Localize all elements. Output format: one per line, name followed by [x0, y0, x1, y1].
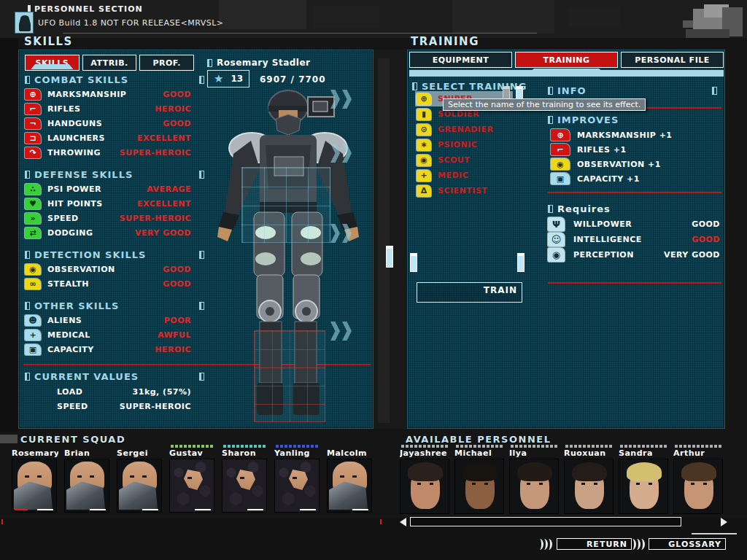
personnel-member[interactable]: Ilya — [509, 445, 560, 514]
training-label: SCIENTIST — [438, 186, 487, 195]
hair — [681, 462, 716, 481]
chevron-right-icon[interactable] — [330, 322, 352, 341]
train-button[interactable]: TRAIN — [417, 282, 522, 303]
require-label: PERCEPTION — [573, 250, 634, 260]
skill-row[interactable]: ♥ HIT POINTS EXCELLENT — [19, 196, 210, 211]
chevron-right-icon[interactable] — [330, 90, 352, 109]
background-column — [374, 50, 407, 429]
member-name: Sharon — [222, 448, 268, 458]
flask-icon: Δ — [417, 185, 431, 197]
squad-member[interactable]: Gustav — [169, 445, 216, 513]
member-portrait[interactable] — [327, 459, 372, 513]
scroll-right-icon[interactable] — [721, 518, 727, 526]
skill-row[interactable]: ⊐ LAUNCHERS EXCELLENT — [19, 131, 210, 145]
squad-member[interactable]: Brian — [64, 445, 111, 513]
current-value-row: LOAD 31kg, (57%) — [19, 384, 210, 399]
defense-skill-rows: ∴ PSI POWER AVERAGE ♥ HIT POINTS EXCELLE… — [19, 182, 210, 240]
training-item-psionic[interactable]: ∗ PSIONIC — [415, 137, 513, 152]
scrollbar-thumb[interactable] — [517, 253, 525, 272]
machinery-decoration — [722, 7, 743, 36]
scrollbar-thumb[interactable] — [503, 86, 510, 99]
skills-panel-title: SKILLS — [24, 35, 73, 48]
return-button[interactable]: RETURN — [557, 538, 632, 550]
skill-row[interactable]: ⊕ MARKSMANSHIP GOOD — [19, 87, 210, 101]
squad-member[interactable]: Sergei — [117, 445, 163, 513]
member-portrait[interactable] — [564, 459, 614, 514]
member-portrait[interactable] — [169, 459, 214, 513]
mask-icon: ∞ — [25, 279, 41, 289]
skill-row[interactable]: ◉ OBSERVATION GOOD — [19, 262, 210, 276]
training-progress-bar — [511, 445, 559, 448]
member-portrait[interactable] — [509, 459, 559, 514]
training-item-scientist[interactable]: Δ SCIENTIST — [415, 183, 513, 198]
member-portrait[interactable] — [64, 459, 109, 513]
training-item-medic[interactable]: + MEDIC — [415, 168, 513, 183]
skill-row[interactable]: ☻ ALIENS POOR — [19, 313, 210, 327]
member-portrait[interactable] — [222, 459, 267, 513]
bracket-icon — [25, 171, 30, 179]
experience-value: 6907 / 7700 — [260, 74, 326, 85]
skill-value: SUPER-HEROIC — [120, 214, 191, 223]
personnel-member[interactable]: Sandra — [619, 445, 670, 514]
psionic-icon: ∗ — [417, 139, 431, 151]
member-portrait[interactable] — [619, 459, 668, 514]
personnel-scrollbar[interactable] — [410, 517, 681, 526]
member-portrait[interactable] — [274, 459, 320, 513]
skill-row[interactable]: ¬ HANDGUNS GOOD — [19, 116, 210, 131]
member-portrait[interactable] — [400, 459, 449, 514]
skill-row[interactable]: ⌐ RIFLES HEROIC — [19, 101, 210, 116]
personnel-member[interactable]: Ruoxuan — [564, 445, 615, 514]
skill-row[interactable]: » SPEED SUPER-HEROIC — [19, 211, 210, 225]
personnel-member[interactable]: Jayashree — [400, 445, 451, 514]
squad-member[interactable]: Rosemary — [12, 445, 58, 513]
tab-attrib[interactable]: ATTRIB. — [82, 55, 137, 71]
member-portrait[interactable] — [673, 459, 723, 514]
member-name: Sergei — [117, 448, 163, 458]
background-column — [378, 58, 390, 423]
member-portrait[interactable] — [454, 459, 504, 514]
machinery-decoration — [686, 29, 729, 38]
tab-equipment[interactable]: EQUIPMENT — [409, 52, 512, 68]
member-name: Arthur — [673, 448, 724, 458]
hair — [627, 462, 662, 481]
member-portrait[interactable] — [12, 459, 57, 513]
eyes — [293, 477, 297, 479]
scrollbar-thumb[interactable] — [410, 253, 417, 272]
member-name: Gustav — [169, 448, 216, 458]
training-progress-bar — [223, 445, 267, 448]
scrollbar-thumb[interactable] — [386, 246, 393, 268]
tab-training[interactable]: TRAINING — [515, 52, 618, 68]
scroll-left-icon[interactable] — [400, 518, 406, 526]
squad-member[interactable]: Malcolm — [327, 445, 374, 513]
machinery-decoration — [704, 4, 729, 18]
eye-icon: ◉ — [551, 158, 570, 170]
chevron-right-icon[interactable] — [330, 144, 352, 163]
squad-member[interactable]: Yanling — [274, 445, 321, 513]
skill-label: PSI POWER — [47, 184, 101, 194]
skill-row[interactable]: ∴ PSI POWER AVERAGE — [19, 182, 210, 196]
skill-row[interactable]: + MEDICAL AWFUL — [19, 327, 210, 342]
section-title-text: Requires — [557, 203, 611, 214]
requires-list: Ψ WILLPOWER GOOD ☺ INTELLIGENCE GOOD ◉ P… — [548, 217, 723, 262]
member-portrait[interactable] — [117, 459, 162, 513]
glossary-button[interactable]: GLOSSARY — [649, 538, 726, 550]
scrollbar-thumb[interactable] — [516, 86, 523, 99]
training-item-grenadier[interactable]: ⊙ GRENADIER — [415, 122, 513, 137]
value-label: SPEED — [57, 402, 88, 411]
squad-member[interactable]: Sharon — [222, 445, 268, 513]
medical-cross-icon: + — [25, 330, 41, 341]
tab-prof[interactable]: PROF. — [139, 55, 194, 71]
tab-skills[interactable]: SKILLS — [25, 55, 80, 71]
skill-label: OBSERVATION — [47, 265, 115, 274]
training-item-scout[interactable]: ◉ SCOUT — [415, 152, 513, 168]
personnel-member[interactable]: Arthur — [673, 445, 724, 514]
chevron-right-icon[interactable] — [330, 224, 352, 243]
skill-row[interactable]: ▣ CAPACITY HEROIC — [19, 342, 210, 357]
skill-row[interactable]: ∞ STEALTH GOOD — [19, 276, 210, 291]
personnel-member[interactable]: Michael — [454, 445, 506, 514]
skill-row[interactable]: ↷ THROWING SUPER-HEROIC — [19, 145, 210, 160]
tab-personal-file[interactable]: PERSONAL FILE — [621, 52, 724, 68]
improve-label: RIFLES +1 — [577, 145, 627, 155]
skill-row[interactable]: ⇄ DODGING VERY GOOD — [19, 225, 210, 240]
section-title-text: OTHER SKILLS — [34, 300, 119, 311]
